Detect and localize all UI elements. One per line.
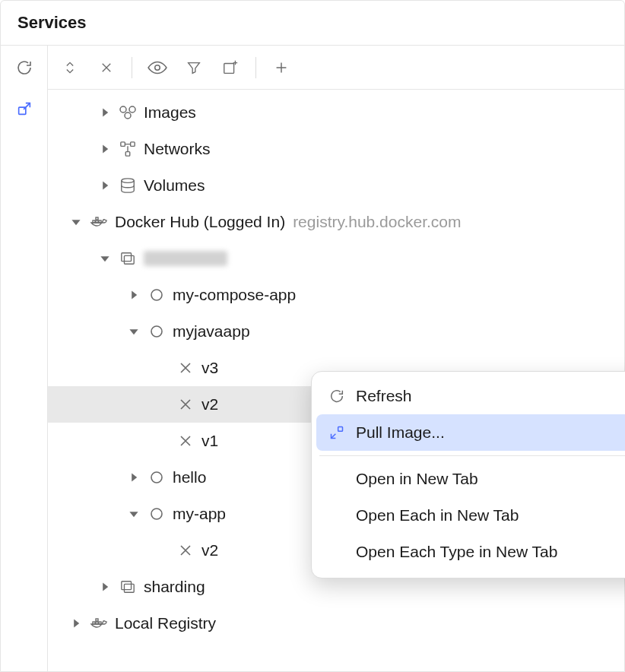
svg-point-17 — [151, 326, 162, 337]
tag-icon — [176, 395, 195, 414]
svg-point-18 — [151, 472, 162, 483]
ctx-refresh[interactable]: Refresh — [316, 378, 625, 414]
tree-item-docker-hub[interactable]: Docker Hub (Logged In) registry.hub.dock… — [48, 204, 624, 240]
tree-item-volumes[interactable]: Volumes — [48, 167, 624, 204]
ctx-label: Open Each in New Tab — [356, 506, 519, 525]
chevron-down-icon[interactable] — [97, 250, 113, 267]
svg-point-1 — [155, 65, 160, 70]
chevron-down-icon[interactable] — [125, 506, 142, 522]
tree-label: my-compose-app — [173, 286, 296, 304]
ctx-open-each-type-new-tab[interactable]: Open Each Type in New Tab — [316, 534, 625, 570]
svg-point-4 — [129, 106, 135, 113]
folder-stack-icon — [118, 577, 138, 597]
open-in-new-icon[interactable] — [13, 97, 36, 120]
tree-label: Local Registry — [115, 614, 216, 632]
tree-label: sharding — [144, 578, 205, 596]
circle-icon — [147, 322, 167, 341]
tree-label: Networks — [144, 140, 211, 158]
tree-item-repo-my-compose-app[interactable]: my-compose-app — [48, 277, 624, 313]
ctx-open-each-new-tab[interactable]: Open Each in New Tab — [316, 497, 625, 534]
tree-item-repo-myjavaapp[interactable]: myjavaapp — [48, 313, 624, 350]
chevron-right-icon[interactable] — [125, 287, 142, 303]
svg-rect-2 — [224, 63, 234, 73]
tree-item-local-registry[interactable]: Local Registry — [48, 605, 624, 642]
toolbar — [48, 46, 624, 90]
tree-item-networks[interactable]: Networks — [48, 131, 624, 167]
ctx-pull-image[interactable]: Pull Image... — [316, 414, 625, 451]
menu-separator — [319, 455, 625, 456]
refresh-icon — [325, 387, 348, 405]
tree: Images Networks Volumes — [48, 90, 624, 671]
chevron-down-icon[interactable] — [125, 323, 142, 340]
tree-label: Volumes — [144, 176, 205, 195]
chevron-down-icon[interactable] — [68, 214, 84, 230]
ctx-label: Open Each Type in New Tab — [356, 543, 557, 561]
svg-rect-25 — [96, 619, 98, 621]
panel-title: Services — [1, 1, 624, 46]
svg-rect-7 — [131, 142, 135, 147]
svg-rect-26 — [338, 427, 343, 432]
svg-point-16 — [151, 290, 162, 300]
add-panel-icon[interactable] — [219, 56, 242, 79]
left-gutter — [1, 46, 48, 671]
svg-point-9 — [122, 179, 135, 183]
main-area: Images Networks Volumes — [48, 46, 624, 671]
ctx-open-new-tab[interactable]: Open in New Tab — [316, 461, 625, 497]
tag-icon — [176, 358, 195, 378]
svg-rect-14 — [122, 253, 132, 262]
tag-icon — [176, 540, 195, 560]
tree-label: Docker Hub (Logged In) — [115, 213, 285, 231]
plus-icon[interactable] — [270, 56, 293, 79]
tree-label: v2 — [201, 395, 218, 414]
folder-stack-icon — [118, 249, 138, 268]
svg-rect-21 — [124, 584, 134, 592]
redacted-text — [144, 251, 227, 266]
tree-item-images[interactable]: Images — [48, 94, 624, 131]
chevron-right-icon[interactable] — [97, 578, 113, 595]
svg-rect-6 — [121, 142, 125, 147]
chevron-right-icon[interactable] — [68, 615, 84, 632]
tag-icon — [176, 431, 195, 451]
filter-icon[interactable] — [182, 56, 205, 79]
svg-rect-20 — [122, 582, 132, 590]
networks-icon — [118, 139, 138, 159]
svg-point-5 — [125, 113, 131, 119]
chevron-right-icon[interactable] — [97, 104, 113, 121]
volumes-icon — [118, 176, 138, 195]
tree-label: Images — [144, 103, 196, 122]
circle-icon — [147, 504, 167, 524]
toolbar-separator — [132, 57, 132, 78]
chevron-right-icon[interactable] — [97, 177, 113, 194]
tree-label: v1 — [201, 432, 218, 450]
tree-label: my-app — [173, 505, 226, 523]
chevron-right-icon[interactable] — [125, 469, 142, 486]
tree-item-namespace[interactable] — [48, 240, 624, 277]
tree-label: v2 — [201, 541, 218, 559]
toolbar-separator — [255, 57, 256, 78]
tree-label: v3 — [201, 359, 218, 377]
circle-icon — [147, 285, 167, 305]
ctx-label: Pull Image... — [356, 423, 445, 442]
svg-rect-8 — [125, 152, 130, 157]
images-icon — [118, 103, 138, 122]
refresh-icon[interactable] — [13, 56, 36, 79]
close-icon[interactable] — [95, 56, 118, 79]
context-menu: Refresh Pull Image... Open in New Tab — [311, 371, 625, 578]
docker-icon — [89, 613, 109, 633]
ctx-label: Open in New Tab — [356, 470, 478, 488]
services-panel: Services — [0, 0, 625, 672]
chevron-right-icon[interactable] — [97, 141, 113, 157]
tree-label: hello — [173, 468, 206, 487]
ctx-label: Refresh — [356, 387, 412, 405]
svg-rect-13 — [96, 217, 98, 220]
docker-icon — [89, 212, 109, 232]
svg-rect-15 — [124, 255, 134, 264]
tree-label: myjavaapp — [173, 322, 250, 341]
expand-collapse-icon[interactable] — [59, 56, 81, 79]
eye-icon[interactable] — [146, 56, 169, 79]
panel-body: Images Networks Volumes — [1, 46, 624, 671]
svg-point-3 — [120, 106, 126, 113]
registry-url: registry.hub.docker.com — [293, 213, 461, 231]
circle-icon — [147, 468, 167, 487]
pull-image-icon — [325, 423, 348, 442]
